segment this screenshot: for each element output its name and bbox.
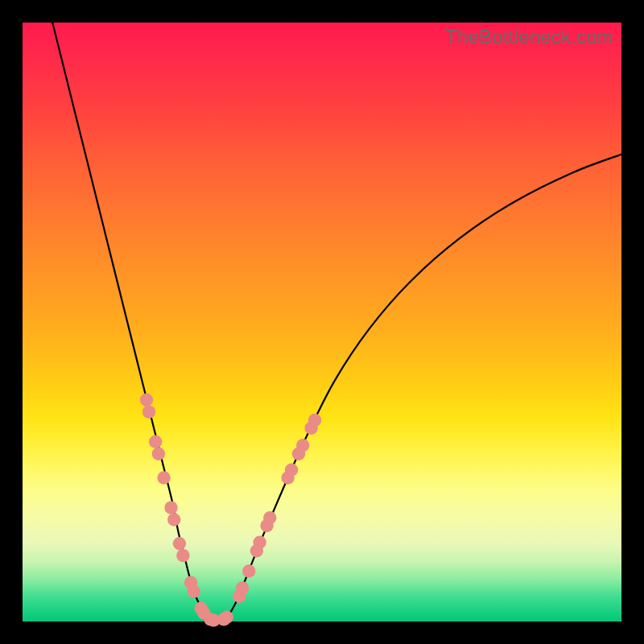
marker-group <box>140 394 321 627</box>
data-marker <box>236 581 249 594</box>
data-marker <box>221 611 233 624</box>
data-marker <box>242 564 255 577</box>
data-marker <box>149 436 162 448</box>
bottleneck-curve <box>52 23 621 621</box>
data-marker <box>157 471 170 484</box>
chart-frame: TheBottleneck.com <box>0 0 644 644</box>
data-marker <box>173 537 186 550</box>
data-marker <box>140 394 153 407</box>
data-marker <box>152 447 165 460</box>
plot-area: TheBottleneck.com <box>23 23 621 621</box>
data-marker <box>176 549 189 562</box>
data-marker <box>164 501 177 514</box>
data-marker <box>308 414 321 427</box>
data-marker <box>263 511 276 524</box>
data-marker <box>253 536 266 549</box>
data-marker <box>285 464 298 477</box>
data-marker <box>188 585 200 598</box>
data-marker <box>167 513 180 526</box>
data-marker <box>142 405 155 418</box>
data-marker <box>296 439 309 452</box>
curve-layer <box>23 23 621 621</box>
